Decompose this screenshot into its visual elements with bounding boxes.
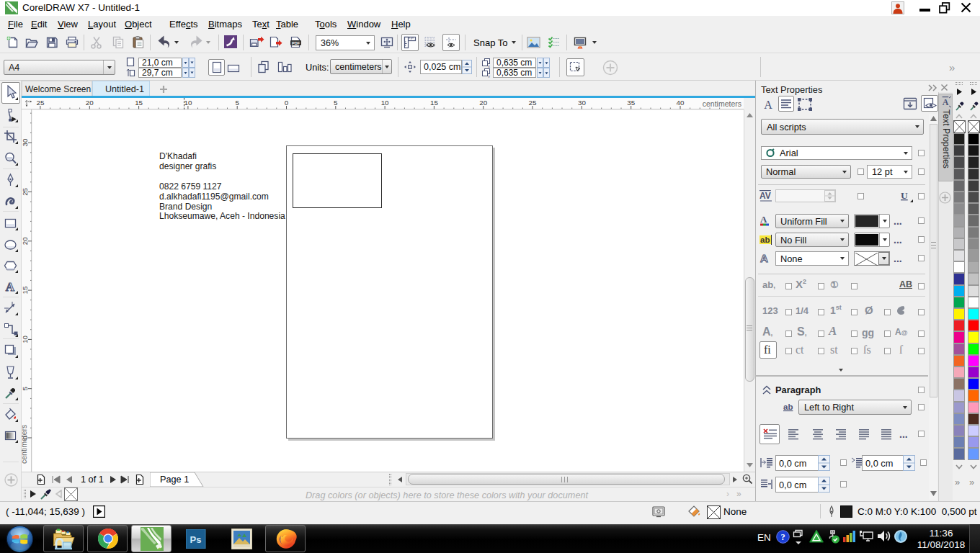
svg-text:AV: AV xyxy=(760,191,771,201)
svg-text:A: A xyxy=(760,214,767,225)
svg-text:Ps: Ps xyxy=(190,534,202,545)
svg-text:ab: ab xyxy=(783,403,793,411)
svg-text:15: 15 xyxy=(135,99,143,107)
svg-text:20: 20 xyxy=(22,237,29,245)
svg-text:25: 25 xyxy=(22,187,29,195)
svg-text:ab: ab xyxy=(760,235,770,244)
svg-text:PDF: PDF xyxy=(292,41,300,45)
svg-text:10: 10 xyxy=(22,335,29,343)
svg-text:0: 0 xyxy=(285,99,289,107)
svg-text:A: A xyxy=(760,252,768,264)
svg-text:5: 5 xyxy=(235,99,239,107)
svg-text:30: 30 xyxy=(22,138,29,146)
svg-text:5: 5 xyxy=(334,99,338,107)
svg-text:40: 40 xyxy=(677,99,685,107)
svg-text:25: 25 xyxy=(36,99,44,107)
svg-text:25: 25 xyxy=(529,99,537,107)
svg-text:A: A xyxy=(764,99,772,111)
svg-text:10: 10 xyxy=(184,99,192,107)
svg-text:Page 1: Page 1 xyxy=(160,475,189,485)
svg-text:20: 20 xyxy=(479,99,487,107)
svg-text:A: A xyxy=(6,280,15,294)
svg-text:30: 30 xyxy=(578,99,586,107)
svg-text:A: A xyxy=(943,97,949,107)
svg-text:5: 5 xyxy=(22,386,29,390)
svg-text:10: 10 xyxy=(381,99,389,107)
svg-text:15: 15 xyxy=(22,286,29,294)
svg-text:centimeters: centimeters xyxy=(22,425,28,464)
svg-text:y: y xyxy=(488,74,490,78)
svg-text:?: ? xyxy=(780,532,785,542)
svg-text:20: 20 xyxy=(86,99,94,107)
svg-text:U: U xyxy=(901,190,908,201)
svg-text:centimeters: centimeters xyxy=(703,99,741,108)
svg-text:15: 15 xyxy=(430,99,438,107)
svg-text:35: 35 xyxy=(627,99,635,107)
